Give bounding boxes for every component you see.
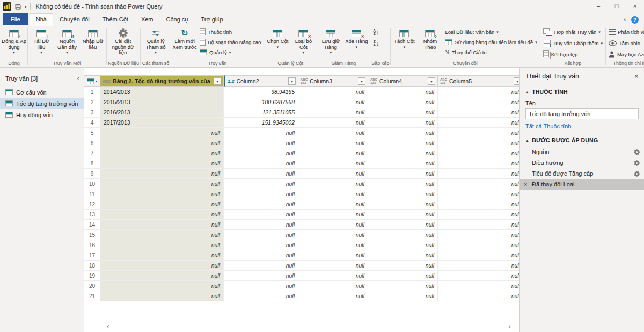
grid-cell[interactable]: null xyxy=(438,281,519,291)
step-settings-gear-icon[interactable] xyxy=(634,171,640,177)
grid-cell[interactable]: null xyxy=(298,189,368,199)
grid-cell[interactable]: null xyxy=(224,148,298,158)
column-filter-button[interactable]: ▾ xyxy=(358,77,365,85)
grid-cell[interactable]: null xyxy=(368,128,438,138)
grid-cell[interactable]: null xyxy=(438,250,519,261)
step-changed-type[interactable]: × Đã thay đổi Loại xyxy=(520,179,644,190)
grid-cell[interactable]: null xyxy=(224,250,298,261)
grid-cell[interactable]: null xyxy=(298,128,368,138)
collapse-pane-icon[interactable]: ‹ xyxy=(77,74,79,82)
row-number[interactable]: 19 xyxy=(84,271,100,281)
close-apply-button[interactable]: ✓ Đóng & Áp dụng ▾ xyxy=(2,27,26,54)
recent-sources-button[interactable]: ↺ Nguồn Gần đây ▾ xyxy=(55,27,79,54)
grid-cell[interactable]: null xyxy=(298,250,368,261)
grid-cell[interactable]: null xyxy=(368,158,438,169)
grid-cell[interactable]: null xyxy=(100,128,224,138)
grid-cell[interactable]: null xyxy=(224,189,298,199)
column-header-3[interactable]: ABC123Column3▾ xyxy=(298,75,368,87)
manage-parameters-button[interactable]: Quản lý Tham số ▾ xyxy=(142,27,170,54)
grid-cell[interactable]: null xyxy=(438,220,519,230)
row-number[interactable]: 5 xyxy=(84,128,100,138)
grid-cell[interactable]: null xyxy=(298,179,368,189)
column-header-5[interactable]: ABC123Column5▾ xyxy=(438,75,519,87)
row-number[interactable]: 21 xyxy=(84,291,100,301)
grid-cell[interactable]: null xyxy=(438,261,519,271)
data-source-settings-button[interactable]: Cài đặt nguồn dữ liệu xyxy=(108,27,138,56)
grid-cell[interactable]: null xyxy=(438,128,519,138)
column-type-icon[interactable]: ABC xyxy=(103,80,111,83)
grid-cell[interactable]: null xyxy=(100,261,224,271)
tab-help[interactable]: Trợ giúp xyxy=(194,13,229,26)
grid-cell[interactable]: null xyxy=(438,118,519,128)
column-type-icon[interactable]: ABC123 xyxy=(440,78,447,84)
grid-cell[interactable]: null xyxy=(224,291,298,301)
grid-cell[interactable]: null xyxy=(368,220,438,230)
vision-button[interactable]: Tầm nhìn xyxy=(607,38,642,48)
group-by-button[interactable]: Σ Nhóm Theo xyxy=(418,27,442,50)
scroll-left-icon[interactable]: ‹ xyxy=(107,322,109,330)
grid-cell[interactable]: null xyxy=(100,291,224,301)
grid-cell[interactable]: 121.3511055 xyxy=(224,107,298,118)
grid-cell[interactable]: null xyxy=(298,271,368,281)
all-properties-link[interactable]: Tất cả Thuộc tính xyxy=(520,119,644,135)
row-number[interactable]: 2 xyxy=(84,97,100,107)
grid-cell[interactable]: null xyxy=(224,240,298,250)
delete-step-icon[interactable]: × xyxy=(524,181,527,187)
step-promoted-headers[interactable]: Tiêu đề được Tăng cấp xyxy=(520,168,644,179)
advanced-editor-button[interactable]: Bộ soạn thảo Nâng cao xyxy=(198,37,262,47)
split-column-button[interactable]: Tách Cột ▾ xyxy=(392,27,416,49)
query-item-huy-dong-von[interactable]: Huy động vốn xyxy=(0,109,84,120)
grid-cell[interactable]: null xyxy=(100,271,224,281)
grid-cell[interactable]: null xyxy=(298,87,368,97)
grid-cell[interactable]: null xyxy=(438,169,519,179)
grid-cell[interactable]: null xyxy=(438,158,519,169)
row-number[interactable]: 12 xyxy=(84,199,100,210)
step-settings-gear-icon[interactable] xyxy=(634,160,640,166)
grid-cell[interactable]: null xyxy=(368,148,438,158)
grid-cell[interactable]: null xyxy=(438,148,519,158)
grid-cell[interactable]: null xyxy=(100,179,224,189)
horizontal-scrollbar[interactable]: ‹ › xyxy=(107,322,511,330)
grid-cell[interactable]: null xyxy=(298,158,368,169)
get-data-button[interactable]: ↓ Tải Dữ liệu ▾ xyxy=(29,27,54,54)
column-filter-button[interactable]: ▾ xyxy=(428,77,435,85)
tab-transform[interactable]: Chuyển đổi xyxy=(53,13,96,26)
grid-cell[interactable]: null xyxy=(100,199,224,210)
grid-cell[interactable]: null xyxy=(100,230,224,240)
row-number[interactable]: 13 xyxy=(84,210,100,220)
enter-data-button[interactable]: Nhập Dữ liệu xyxy=(80,27,105,50)
refresh-preview-button[interactable]: ↻ Làm mới Xem trước xyxy=(172,27,197,50)
step-source[interactable]: Nguồn xyxy=(520,147,644,157)
row-number[interactable]: 16 xyxy=(84,240,100,250)
row-number[interactable]: 4 xyxy=(84,118,100,128)
grid-cell[interactable]: null xyxy=(368,107,438,118)
query-name-input[interactable] xyxy=(525,108,639,119)
row-number[interactable]: 11 xyxy=(84,189,100,199)
grid-cell[interactable]: null xyxy=(224,261,298,271)
use-first-row-button[interactable]: Sử dụng hàng đầu tiên làm tiêu đề ▾ xyxy=(443,37,538,47)
grid-cell[interactable]: null xyxy=(100,210,224,220)
window-close-button[interactable]: × xyxy=(626,0,644,13)
grid-cell[interactable]: null xyxy=(368,189,438,199)
grid-cell[interactable]: null xyxy=(298,169,368,179)
grid-cell[interactable]: null xyxy=(368,87,438,97)
row-number[interactable]: 3 xyxy=(84,107,100,118)
grid-cell[interactable]: null xyxy=(224,281,298,291)
grid-cell[interactable]: null xyxy=(368,138,438,148)
grid-cell[interactable]: null xyxy=(100,281,224,291)
data-type-button[interactable]: Loại Dữ liệu: Văn bản ▾ xyxy=(443,27,500,37)
grid-cell[interactable]: null xyxy=(438,179,519,189)
grid-cell[interactable]: null xyxy=(368,250,438,261)
grid-cell[interactable]: null xyxy=(438,189,519,199)
grid-cell[interactable]: null xyxy=(368,230,438,240)
grid-cell[interactable]: null xyxy=(224,158,298,169)
tab-add-column[interactable]: Thêm Cột xyxy=(96,13,135,26)
step-settings-gear-icon[interactable] xyxy=(634,149,640,155)
column-filter-button[interactable]: ▾ xyxy=(214,77,221,85)
grid-cell[interactable]: 100.6287568 xyxy=(224,97,298,107)
column-header-1[interactable]: ABCBảng 2. Tốc độ tăng trưởng vốn của PN… xyxy=(100,75,224,87)
select-all-corner[interactable]: ▾ xyxy=(84,75,100,87)
row-number[interactable]: 1 xyxy=(84,87,100,97)
grid-cell[interactable]: null xyxy=(368,97,438,107)
save-icon[interactable] xyxy=(14,3,21,10)
